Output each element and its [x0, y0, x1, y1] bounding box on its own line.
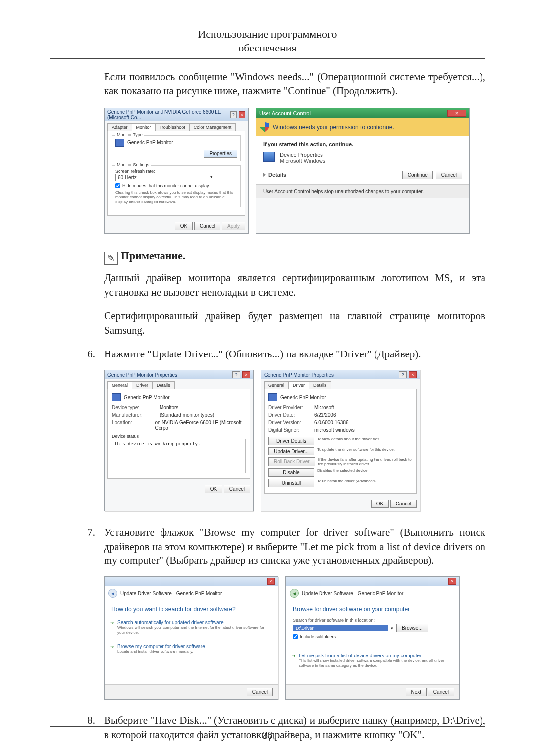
close-icon[interactable]: × [409, 371, 417, 378]
option-desc: Locate and install driver software manua… [117, 649, 271, 654]
option-browse[interactable]: Browse my computer for driver software L… [111, 642, 271, 656]
titlebar: Generic PnP Monitor and NVIDIA GeForce 6… [105, 108, 248, 121]
page-number: 36 [263, 730, 272, 741]
tab-adapter[interactable]: Adapter [107, 123, 132, 131]
option-search-auto[interactable]: Search automatically for updated driver … [111, 618, 271, 637]
option-let-me-pick[interactable]: Let me pick from a list of device driver… [293, 651, 452, 670]
update-driver-button[interactable]: Update Driver... [268, 447, 314, 455]
details-toggle[interactable]: Details [263, 172, 399, 178]
close-icon[interactable]: × [239, 111, 245, 118]
step-number: 6. [84, 347, 95, 361]
driver-details-desc: To view details about the driver files. [317, 437, 412, 445]
cancel-button[interactable]: Cancel [194, 222, 220, 230]
step-7: 7. Установите флажок "Browse my computer… [104, 525, 485, 567]
location-label: Location: [112, 420, 152, 431]
breadcrumb: Update Driver Software - Generic PnP Mon… [120, 591, 222, 596]
device-status-text [112, 439, 246, 473]
disable-desc: Disables the selected device. [317, 468, 412, 477]
cancel-button[interactable]: Cancel [436, 171, 462, 179]
cancel-button[interactable]: Cancel [390, 500, 417, 508]
include-subfolders-input[interactable] [293, 634, 298, 639]
update-driver-wizard-browse: × ◄ Update Driver Software - Generic PnP… [285, 576, 460, 700]
continue-button[interactable]: Continue [402, 171, 433, 179]
breadcrumb: Update Driver Software - Generic PnP Mon… [302, 591, 403, 596]
browse-button[interactable]: Browse... [396, 624, 428, 632]
close-icon[interactable]: × [448, 578, 456, 585]
back-icon[interactable]: ◄ [108, 589, 117, 598]
driver-date-value: 6/21/2006 [314, 412, 336, 418]
note-label: Примечание. [121, 250, 185, 262]
include-subfolders-label: Include subfolders [300, 634, 336, 639]
help-icon[interactable]: ? [230, 111, 237, 118]
uac-headline: Windows needs your permission to contion… [273, 124, 394, 131]
monitor-type-legend: Monitor Type [115, 132, 144, 137]
monitor-settings-legend: Monitor Settings [115, 162, 151, 167]
update-driver-wizard-search: × ◄ Update Driver Software - Generic PnP… [104, 576, 278, 700]
step-text: Установите флажок "Browse my computer fo… [104, 525, 485, 567]
dialog-title: Generic PnP Monitor Properties [107, 372, 177, 378]
update-driver-desc: To update the driver software for this d… [317, 447, 412, 455]
step-number: 7. [84, 525, 95, 567]
driver-details-button[interactable]: Driver Details [268, 437, 314, 445]
hide-modes-desc: Clearing this check box allows you to se… [115, 190, 237, 204]
tab-general[interactable]: General [107, 381, 132, 389]
driver-version-label: Driver Version: [268, 420, 311, 425]
ok-button[interactable]: OK [205, 485, 222, 493]
uninstall-desc: To uninstall the driver (Advanced). [317, 479, 412, 487]
close-icon[interactable]: ✕ [447, 110, 466, 117]
refresh-rate-select[interactable]: 60 Hertz [115, 174, 214, 181]
tab-details[interactable]: Details [152, 381, 175, 389]
cancel-button[interactable]: Cancel [224, 485, 250, 493]
disable-button[interactable]: Disable [268, 468, 314, 477]
back-icon[interactable]: ◄ [290, 589, 299, 598]
chevron-right-icon [263, 173, 266, 177]
tab-details[interactable]: Details [309, 381, 331, 389]
page-footer: 36 [50, 726, 485, 741]
device-properties-icon [263, 152, 275, 162]
cancel-button[interactable]: Cancel [247, 688, 273, 696]
cancel-button[interactable]: Cancel [428, 688, 454, 696]
tab-monitor[interactable]: Monitor [132, 123, 156, 131]
ok-button[interactable]: OK [371, 500, 389, 508]
tab-driver[interactable]: Driver [288, 381, 309, 389]
tab-troubleshoot[interactable]: Troubleshoot [155, 123, 190, 131]
figure-1: Generic PnP Monitor and NVIDIA GeForce 6… [104, 108, 485, 234]
hide-modes-checkbox[interactable]: Hide modes that this monitor cannot disp… [115, 183, 237, 188]
driver-provider-label: Driver Provider: [268, 405, 311, 410]
uac-footer: User Account Control helps stop unauthor… [256, 184, 469, 198]
wizard-heading: Browse for driver software on your compu… [293, 606, 452, 613]
uninstall-button[interactable]: Uninstall [268, 479, 314, 487]
ok-button[interactable]: OK [175, 222, 193, 230]
close-icon[interactable]: × [267, 578, 275, 585]
properties-button[interactable]: Properties [204, 150, 237, 158]
hide-modes-label: Hide modes that this monitor cannot disp… [122, 183, 209, 188]
tab-color-management[interactable]: Color Management [189, 123, 236, 131]
tab-driver[interactable]: Driver [132, 381, 153, 389]
help-icon[interactable]: ? [232, 371, 240, 378]
driver-version-value: 6.0.6000.16386 [314, 420, 349, 425]
uac-dp-title: Device Properties [280, 152, 325, 158]
uac-dp-publisher: Microsoft Windows [280, 158, 325, 164]
next-button[interactable]: Next [406, 688, 427, 696]
help-icon[interactable]: ? [399, 371, 407, 378]
manufacturer-value: (Standard monitor types) [160, 412, 214, 418]
close-icon[interactable]: × [242, 371, 250, 378]
details-label: Details [268, 172, 286, 178]
tabs: Adapter Monitor Troubleshoot Color Manag… [105, 121, 248, 131]
figure-2: Generic PnP Monitor Properties ? × Gener… [104, 370, 485, 511]
dialog-title: Generic PnP Monitor and NVIDIA GeForce 6… [107, 109, 226, 120]
rollback-driver-button[interactable]: Roll Back Driver [268, 457, 315, 466]
location-value: on NVIDIA GeForce 6600 LE (Microsoft Cor… [155, 420, 246, 431]
driver-props-general-dialog: Generic PnP Monitor Properties ? × Gener… [104, 370, 254, 511]
path-input[interactable]: D:\Driver [293, 625, 388, 631]
apply-button[interactable]: Apply [222, 222, 245, 230]
hide-modes-input[interactable] [115, 183, 120, 188]
figure-3: × ◄ Update Driver Software - Generic PnP… [104, 576, 485, 700]
tab-general[interactable]: General [264, 381, 289, 389]
option-desc: This list will show installed driver sof… [299, 658, 452, 668]
option-desc: Windows will search your computer and th… [117, 625, 271, 635]
digital-signer-value: microsoft windows [314, 427, 355, 433]
note-text-1: Данный драйвер монитора является сертифи… [104, 271, 485, 299]
include-subfolders-checkbox[interactable]: Include subfolders [293, 634, 452, 639]
note-icon: ✎ [104, 252, 118, 265]
